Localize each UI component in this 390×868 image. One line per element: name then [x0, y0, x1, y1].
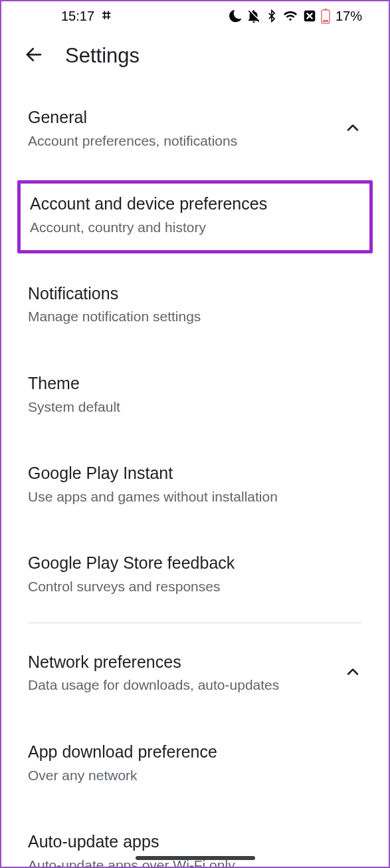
svg-rect-3: [323, 20, 328, 22]
status-time: 15:17: [61, 9, 94, 24]
item-notifications[interactable]: Notifications Manage notification settin…: [1, 267, 389, 343]
app-header: Settings: [1, 28, 389, 90]
item-notifications-subtitle: Manage notification settings: [28, 306, 362, 327]
chevron-up-icon: [343, 118, 362, 140]
bluetooth-icon: [265, 9, 278, 23]
item-feedback[interactable]: Google Play Store feedback Control surve…: [1, 536, 389, 613]
item-account-subtitle: Account, country and history: [30, 217, 360, 238]
section-network-subtitle: Data usage for downloads, auto-updates: [28, 674, 330, 696]
item-notifications-title: Notifications: [28, 283, 362, 305]
chevron-up-icon: [343, 662, 362, 684]
battery-percent: 17%: [336, 9, 362, 24]
section-general-subtitle: Account preferences, notifications: [28, 130, 330, 152]
item-account-device-preferences[interactable]: Account and device preferences Account, …: [17, 180, 373, 253]
dnd-moon-icon: [228, 9, 243, 23]
item-download-pref-title: App download preference: [28, 741, 362, 764]
item-theme-title: Theme: [28, 372, 362, 395]
status-left: 15:17 ⌗: [61, 9, 110, 24]
item-auto-update-title: Auto-update apps: [28, 831, 362, 853]
item-play-instant-title: Google Play Instant: [28, 462, 362, 485]
status-right: 17%: [228, 8, 362, 24]
svg-rect-2: [324, 9, 327, 10]
back-icon[interactable]: [24, 45, 44, 67]
item-feedback-subtitle: Control surveys and responses: [28, 576, 362, 597]
section-general[interactable]: General Account preferences, notificatio…: [1, 90, 389, 167]
battery-icon: [321, 8, 330, 24]
notifications-off-icon: [246, 9, 261, 23]
error-badge-icon: [302, 9, 317, 23]
item-auto-update[interactable]: Auto-update apps Auto-update apps over W…: [1, 815, 389, 868]
item-theme-subtitle: System default: [28, 396, 362, 418]
section-network[interactable]: Network preferences Data usage for downl…: [1, 635, 389, 712]
wifi-icon: [282, 9, 298, 23]
section-general-title: General: [28, 106, 330, 129]
slack-icon: ⌗: [102, 8, 110, 23]
item-feedback-title: Google Play Store feedback: [28, 552, 362, 575]
divider: [28, 623, 362, 623]
home-indicator[interactable]: [136, 856, 255, 860]
item-play-instant[interactable]: Google Play Instant Use apps and games w…: [1, 446, 389, 523]
item-theme[interactable]: Theme System default: [1, 357, 389, 433]
item-account-title: Account and device preferences: [30, 193, 360, 216]
status-bar: 15:17 ⌗ 17%: [1, 1, 389, 28]
section-network-title: Network preferences: [28, 651, 330, 674]
page-title: Settings: [65, 44, 140, 68]
item-play-instant-subtitle: Use apps and games without installation: [28, 486, 362, 507]
item-download-pref-subtitle: Over any network: [28, 765, 362, 786]
item-download-preference[interactable]: App download preference Over any network: [1, 725, 389, 801]
